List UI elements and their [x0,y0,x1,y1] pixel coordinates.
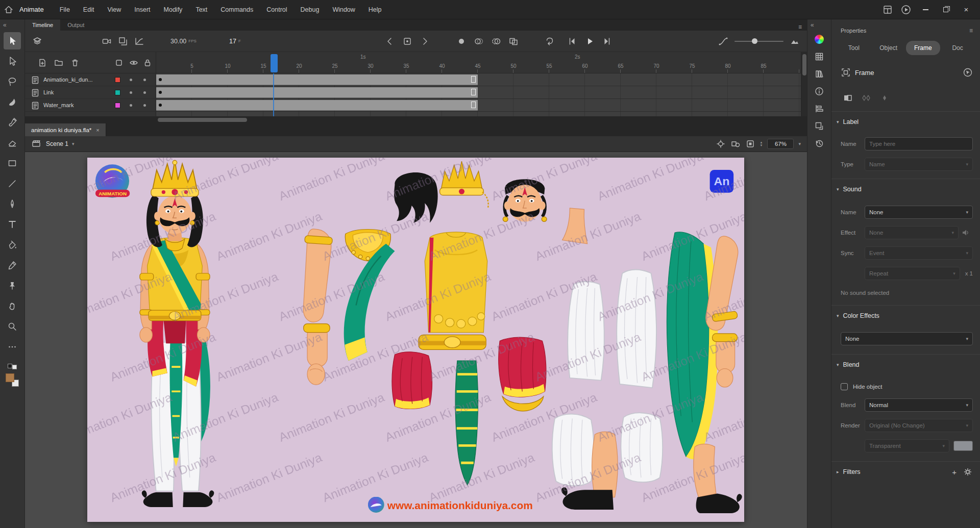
step-back-icon[interactable] [385,36,395,46]
tab-tool[interactable]: Tool [837,41,871,55]
timeline-zoom-knob[interactable] [752,38,757,44]
menu-modify[interactable]: Modify [157,0,189,19]
layer-unlocked-dot[interactable] [143,104,146,107]
zoom-tool[interactable] [4,318,21,335]
layer-visible-dot[interactable] [130,79,132,81]
edit-scene-icon[interactable] [31,139,41,149]
sound-sync-dropdown[interactable]: Event ▾ [865,246,973,260]
layer-visible-dot[interactable] [130,91,132,94]
new-folder-icon[interactable] [54,58,63,67]
horizontal-scroll-thumb[interactable] [158,118,247,122]
menu-edit[interactable]: Edit [77,0,101,19]
timeline-panel-menu-icon[interactable]: ≡ [793,23,807,31]
layer-outline-swatch[interactable] [115,77,120,83]
tab-frame[interactable]: Frame [906,41,941,55]
section-color-effects[interactable]: ▾ Color Effects [837,309,973,322]
keyframe-dot[interactable] [159,78,162,81]
color-options-widget[interactable] [8,362,17,369]
align-panel-icon[interactable] [812,102,826,116]
menu-help[interactable]: Help [362,0,388,19]
label-type-dropdown[interactable]: Name ▾ [865,158,973,171]
layer-row-watermark[interactable]: Water_mark [25,99,156,112]
hide-object-checkbox[interactable] [841,383,848,390]
eraser-tool[interactable] [4,134,21,152]
create-shape-tween-icon[interactable] [877,92,892,104]
keyframe-dot[interactable] [159,91,162,94]
alpha-color-swatch[interactable] [953,441,973,451]
menu-commands[interactable]: Commands [214,0,260,19]
workspace-switcher-icon[interactable] [881,3,894,16]
tab-doc[interactable]: Doc [940,41,975,55]
zoom-chevron-icon[interactable]: ▾ [798,141,801,146]
outline-color-column-icon[interactable] [114,58,123,67]
lock-column-icon[interactable] [142,58,152,67]
blend-mode-dropdown[interactable]: Normal ▾ [865,398,973,412]
rectangle-tool[interactable] [4,155,21,172]
alpha-dropdown[interactable]: Transparent ▾ [865,439,949,452]
line-tool[interactable] [4,175,21,192]
render-dropdown[interactable]: Original (No Change) ▾ [865,419,973,432]
fluid-brush-tool[interactable] [4,93,21,111]
cc-libraries-panel-icon[interactable] [812,67,826,81]
span-end-marker[interactable] [471,102,476,108]
scene-chevron-icon[interactable]: ▾ [72,141,75,146]
record-icon[interactable] [456,36,467,46]
section-blend[interactable]: ▾ Blend [837,358,973,371]
color-panel-icon[interactable] [812,32,826,46]
zoom-down-icon[interactable]: ▼ [760,144,763,147]
paint-bucket-tool[interactable] [4,236,21,254]
layer-name[interactable]: Link [43,89,54,95]
lasso-tool[interactable] [4,73,21,90]
section-label[interactable]: ▾ Label [837,115,973,129]
add-filter-icon[interactable]: + [952,468,957,476]
span-end-marker[interactable] [471,89,476,95]
go-to-next-frame-icon[interactable] [602,36,612,46]
vertical-scroll-thumb[interactable] [802,54,806,76]
layer-name[interactable]: Water_mark [43,102,74,108]
fill-color-chip[interactable] [12,365,17,369]
layer-unlocked-dot[interactable] [143,91,146,94]
document-tab[interactable]: animation ki duniya.fla* × [25,123,106,136]
frame-span[interactable] [156,87,478,98]
layer-name[interactable]: Animation_ki_dun... [43,77,93,83]
zoom-value[interactable]: 67% [767,139,794,149]
timeline-vertical-scrollbar[interactable] [801,52,807,116]
section-filters[interactable]: ▸ Filters + [837,465,973,479]
frame-span[interactable] [156,74,478,85]
timeline-ruler[interactable]: 1s 2s 5 10 15 20 25 30 35 40 45 50 55 60… [156,52,801,73]
loop-icon[interactable] [545,36,555,46]
ease-curve-icon[interactable] [718,36,728,46]
tab-output[interactable]: Output [60,19,91,31]
layer-outline-swatch[interactable] [115,90,120,95]
stroke-color-chip[interactable] [8,364,12,368]
visibility-column-icon[interactable] [129,58,138,67]
info-panel-icon[interactable] [812,84,826,98]
collapse-tools-icon[interactable]: « [0,19,10,31]
go-to-first-frame-icon[interactable] [567,36,577,46]
section-sound[interactable]: ▾ Sound [837,183,973,196]
sound-effect-dropdown[interactable]: None ▾ [865,226,959,239]
canvas-area[interactable]: ANIMATION An Animation Ki DuniyaAnimatio… [25,152,807,528]
repeat-multiplier[interactable]: x 1 [965,270,973,276]
playhead-handle[interactable] [271,54,278,72]
layer-stack-icon[interactable] [32,36,42,46]
menu-file[interactable]: File [53,0,77,19]
menu-debug[interactable]: Debug [294,0,326,19]
insert-frame-marker-icon[interactable] [402,36,412,46]
fill-swatch[interactable] [6,373,14,382]
swatches-panel-icon[interactable] [812,49,826,64]
properties-menu-icon[interactable]: ≡ [969,27,973,34]
layer-unlocked-dot[interactable] [143,79,146,81]
home-icon[interactable] [0,5,17,15]
zoom-stepper[interactable]: ▲ ▼ [760,141,763,147]
layer-row-link[interactable]: Link [25,86,156,99]
edit-symbols-icon[interactable] [730,139,741,149]
fps-value[interactable]: 30.00 [170,38,186,45]
menu-control[interactable]: Control [260,0,293,19]
span-end-marker[interactable] [471,76,476,83]
edit-multiple-frames-icon[interactable] [508,36,519,46]
delete-layer-icon[interactable] [70,58,79,67]
frame-span[interactable] [156,100,478,111]
sound-name-dropdown[interactable]: None ▾ [865,206,973,219]
label-name-input[interactable] [865,137,973,150]
